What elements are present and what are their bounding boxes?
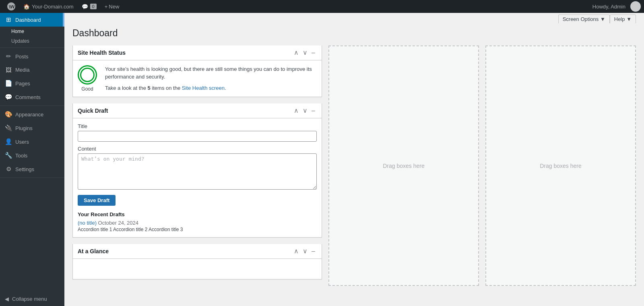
recent-draft-2: Accordion title 1 Accordion title 2 Acco…: [78, 227, 317, 232]
users-label: Users: [15, 139, 29, 145]
sidebar-item-posts[interactable]: ✏ Posts: [0, 50, 64, 63]
site-health-description: Your site’s health is looking good, but …: [105, 65, 317, 92]
site-health-text-1: Your site’s health is looking good, but …: [105, 65, 317, 81]
posts-label: Posts: [15, 54, 29, 60]
help-label: Help: [614, 16, 625, 22]
collapse-label: Collapse menu: [12, 296, 47, 302]
quick-draft-body: Title Content Save Draft Your Recent Dra…: [73, 118, 322, 237]
health-circle-inner: [80, 68, 95, 82]
site-health-collapse-up-button[interactable]: ∧: [292, 49, 300, 57]
site-health-header[interactable]: Site Health Status ∧ ∨ –: [73, 45, 322, 60]
avatar[interactable]: [630, 1, 641, 12]
chevron-down-icon: ∨: [303, 248, 308, 254]
drag-box-2-label: Drag boxes here: [540, 163, 582, 169]
at-a-glance-collapse-up-button[interactable]: ∧: [292, 247, 300, 255]
content-field-group: Content: [78, 146, 317, 191]
sidebar-item-users[interactable]: 👤 Users: [0, 135, 64, 149]
content-textarea[interactable]: [78, 153, 317, 190]
recent-draft-1: (no title) October 24, 2024: [78, 220, 317, 226]
media-label: Media: [15, 67, 29, 73]
new-label: New: [109, 4, 119, 10]
chevron-up-icon: ∧: [294, 107, 299, 114]
sidebar-item-comments[interactable]: 💬 Comments: [0, 90, 64, 104]
comments-button[interactable]: 💬 0: [78, 0, 101, 13]
sidebar-item-updates[interactable]: Updates: [0, 36, 64, 46]
help-button[interactable]: Help ▼: [610, 14, 636, 23]
tools-icon: 🔧: [5, 152, 12, 159]
dashboard-column-left: Site Health Status ∧ ∨ –: [72, 45, 322, 286]
new-content-button[interactable]: + New: [101, 0, 124, 13]
drag-box-2: Drag boxes here: [485, 45, 636, 286]
sidebar-item-home[interactable]: Home: [0, 27, 64, 36]
draft-1-link[interactable]: (no title): [78, 220, 97, 226]
site-health-collapse-down-button[interactable]: ∨: [301, 49, 309, 57]
title-input[interactable]: [78, 131, 317, 142]
pages-icon: 📄: [5, 80, 12, 87]
collapse-icon: ◀: [5, 296, 9, 302]
sidebar-item-tools[interactable]: 🔧 Tools: [0, 149, 64, 162]
site-health-title: Site Health Status: [78, 50, 126, 56]
updates-label: Updates: [11, 38, 29, 44]
comments-icon: 💬: [5, 93, 12, 101]
toggle-icon: –: [312, 49, 315, 56]
draft-1-date: October 24, 2024: [97, 220, 138, 226]
site-health-text-2: Take a look at the 5 items on the Site H…: [105, 84, 317, 92]
at-a-glance-collapse-down-button[interactable]: ∨: [301, 247, 309, 255]
at-a-glance-widget: At a Glance ∧ ∨ –: [72, 244, 322, 279]
health-status-icon: Good: [78, 65, 97, 92]
dashboard-column-right: Drag boxes here Drag boxes here: [328, 45, 636, 286]
site-name-button[interactable]: 🏠 Your-Domain.com: [19, 0, 78, 13]
user-menu[interactable]: Howdy, Admin: [589, 4, 629, 10]
users-icon: 👤: [5, 138, 12, 145]
drag-box-1: Drag boxes here: [328, 45, 479, 286]
pages-label: Pages: [15, 81, 30, 87]
home-label: Home: [11, 29, 24, 34]
help-arrow-icon: ▼: [626, 16, 632, 22]
health-status-label: Good: [81, 86, 93, 92]
site-health-link[interactable]: Site Health screen: [182, 85, 225, 91]
appearance-label: Appearance: [15, 112, 43, 118]
screen-options-arrow-icon: ▼: [600, 16, 605, 22]
content-field-label: Content: [78, 146, 317, 152]
quick-draft-toggle-button[interactable]: –: [310, 107, 317, 115]
sidebar-item-pages[interactable]: 📄 Pages: [0, 76, 64, 90]
toggle-icon: –: [312, 248, 315, 254]
at-a-glance-toggle-button[interactable]: –: [310, 247, 317, 255]
screen-options-button[interactable]: Screen Options ▼: [558, 14, 610, 23]
quick-draft-collapse-down-button[interactable]: ∨: [301, 107, 309, 115]
comments-count: 0: [90, 4, 97, 9]
drag-box-1-label: Drag boxes here: [383, 163, 425, 169]
title-field-group: Title: [78, 123, 317, 142]
site-health-controls: ∧ ∨ –: [292, 49, 317, 57]
save-draft-button[interactable]: Save Draft: [78, 195, 116, 206]
chevron-up-icon: ∧: [294, 248, 299, 254]
quick-draft-title: Quick Draft: [78, 108, 108, 114]
dashboard-columns: Site Health Status ∧ ∨ –: [72, 45, 636, 286]
recent-drafts-heading: Your Recent Drafts: [78, 211, 317, 217]
toggle-icon: –: [312, 107, 315, 114]
items-count: 5: [148, 85, 151, 91]
house-icon: 🏠: [23, 4, 30, 10]
at-a-glance-title: At a Glance: [78, 248, 109, 254]
sidebar-item-plugins[interactable]: 🔌 Plugins: [0, 121, 64, 135]
plus-icon: +: [105, 4, 108, 10]
sidebar-item-settings[interactable]: ⚙ Settings: [0, 162, 64, 176]
quick-draft-header[interactable]: Quick Draft ∧ ∨ –: [73, 103, 322, 118]
dashboard-icon: ⊞: [5, 16, 12, 23]
tools-label: Tools: [15, 153, 27, 159]
at-a-glance-header[interactable]: At a Glance ∧ ∨ –: [73, 244, 322, 259]
comment-icon: 💬: [82, 4, 88, 10]
sidebar-item-media[interactable]: 🖼 Media: [0, 63, 64, 76]
site-health-toggle-button[interactable]: –: [310, 49, 317, 57]
settings-label: Settings: [15, 166, 34, 172]
quick-draft-collapse-up-button[interactable]: ∧: [292, 107, 300, 115]
sidebar-item-appearance[interactable]: 🎨 Appearance: [0, 108, 64, 121]
comments-label: Comments: [15, 94, 41, 100]
sidebar-item-dashboard[interactable]: ⊞ Dashboard: [0, 13, 64, 27]
admin-bar: 🏠 Your-Domain.com 💬 0 + New Howdy, Admin: [0, 0, 644, 13]
chevron-down-icon: ∨: [303, 49, 308, 56]
collapse-menu-button[interactable]: ◀ Collapse menu: [0, 292, 64, 306]
site-health-body: Good Your site’s health is looking good,…: [73, 60, 322, 97]
wp-logo-button[interactable]: [3, 0, 19, 13]
quick-draft-widget: Quick Draft ∧ ∨ –: [72, 103, 322, 238]
